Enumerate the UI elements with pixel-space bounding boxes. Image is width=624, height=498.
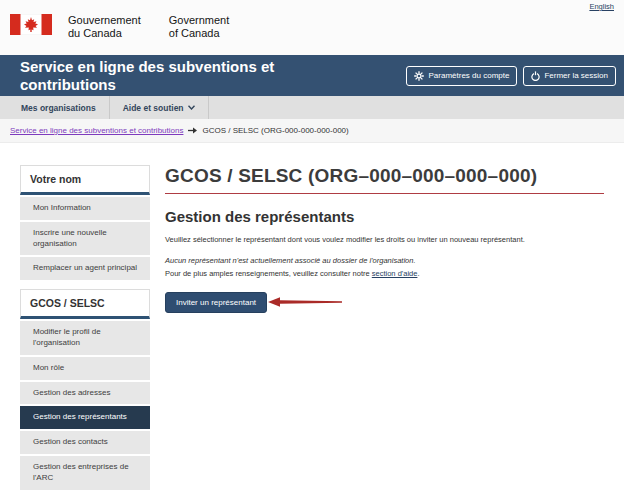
help-text: Pour de plus amples renseignements, veui… [165, 268, 604, 279]
banner-actions: Paramètres du compte Fermer la session [406, 66, 616, 86]
secondary-nav: Mes organisations Aide et soutien [0, 96, 624, 119]
breadcrumb-home-link[interactable]: Service en ligne des subventions et cont… [10, 126, 183, 135]
intro-text: Veuillez sélectionner le représentant do… [165, 234, 604, 245]
breadcrumb: Service en ligne des subventions et cont… [0, 119, 624, 143]
sidebar-item-gestion-contacts[interactable]: Gestion des contacts [20, 431, 150, 454]
sidebar-item-mon-role[interactable]: Mon rôle [20, 357, 150, 380]
help-text-after: . [417, 269, 419, 278]
breadcrumb-current: GCOS / SELSC (ORG-000-000-000-000) [202, 126, 348, 135]
sidebar-section-votre-nom: Votre nom Mon Information Inscrire une n… [20, 165, 150, 280]
breadcrumb-arrow-icon [188, 127, 197, 134]
app-title: Service en ligne des subventions et cont… [20, 58, 340, 94]
canada-flag-icon [10, 14, 52, 35]
sidebar-item-inscrire-organisation[interactable]: Inscrire une nouvelle organisation [20, 222, 150, 256]
main-panel: GCOS / SELSC (ORG–000–000–000–000) Gesti… [150, 165, 604, 498]
account-settings-button[interactable]: Paramètres du compte [406, 66, 517, 86]
sidebar-item-modifier-profil[interactable]: Modifier le profil de l'organisation [20, 321, 150, 355]
help-text-before: Pour de plus amples renseignements, veui… [165, 269, 372, 278]
sidebar-item-gestion-representants[interactable]: Gestion des représentants [20, 406, 150, 429]
sidebar-section-title: Votre nom [20, 165, 150, 195]
empty-notice-text: Aucun représentant n'est actuellement as… [165, 255, 604, 266]
nav-item-aide-et-soutien[interactable]: Aide et soutien [110, 96, 209, 119]
logout-button[interactable]: Fermer la session [523, 66, 616, 86]
sidebar-section-gcos-selsc: GCOS / SELSC Modifier le profil de l'org… [20, 289, 150, 489]
language-toggle-link[interactable]: English [589, 2, 614, 11]
sidebar-item-remplacer-agent[interactable]: Remplacer un agent principal [20, 257, 150, 280]
invite-representative-button[interactable]: Inviter un représentant [165, 292, 267, 313]
logout-label: Fermer la session [544, 71, 608, 80]
content-area: Votre nom Mon Information Inscrire une n… [0, 143, 624, 498]
app-banner: Service en ligne des subventions et cont… [0, 55, 624, 96]
canada-signature: Gouvernement du Canada Government of Can… [10, 14, 229, 40]
sidebar-item-gestion-adresses[interactable]: Gestion des adresses [20, 382, 150, 405]
account-settings-label: Paramètres du compte [428, 71, 509, 80]
wordmark-french: Gouvernement du Canada [68, 14, 141, 40]
annotation-arrow [268, 296, 344, 308]
gear-icon [414, 71, 424, 81]
nav-item-mes-organisations[interactable]: Mes organisations [8, 96, 110, 119]
fip-header: English Gouvernement du Canada Governmen… [0, 0, 624, 55]
sidebar: Votre nom Mon Information Inscrire une n… [20, 165, 150, 498]
sidebar-section-title: GCOS / SELSC [20, 289, 150, 319]
chevron-down-icon [188, 105, 195, 110]
invite-row: Inviter un représentant [165, 292, 604, 313]
power-icon [531, 71, 540, 81]
section-heading: Gestion des représentants [165, 208, 604, 225]
sidebar-item-mon-information[interactable]: Mon Information [20, 197, 150, 220]
page-title: GCOS / SELSC (ORG–000–000–000–000) [165, 165, 604, 194]
sidebar-item-gestion-entreprises-arc[interactable]: Gestion des entreprises de l'ARC [20, 456, 150, 490]
wordmark-english: Government of Canada [169, 14, 230, 40]
help-section-link[interactable]: section d'aide [372, 269, 418, 278]
